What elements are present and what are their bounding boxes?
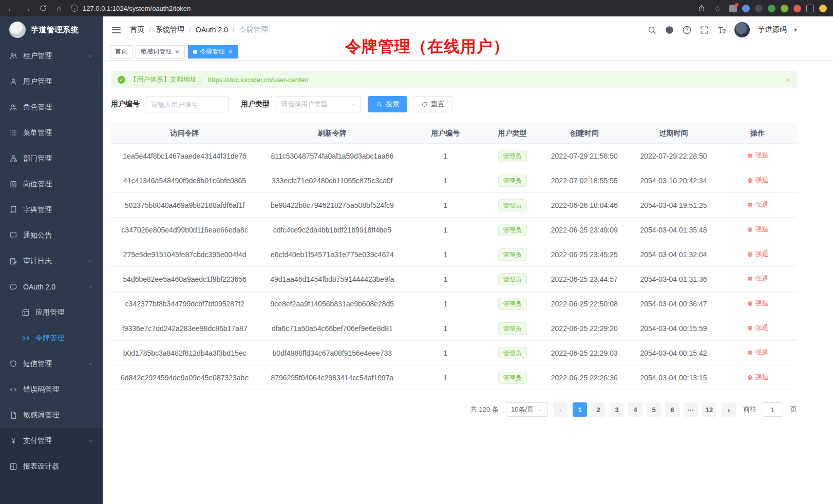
breadcrumb-item[interactable]: 系统管理 [156,25,184,34]
page-size-select[interactable]: 10条/页 [506,402,548,417]
breadcrumb-item[interactable]: OAuth 2.0 [196,26,228,34]
trash-icon [747,374,753,381]
expire-time-cell: 2022-07-29 22:28:50 [629,144,718,168]
page-button-5[interactable]: 5 [647,402,661,417]
force-logout-button[interactable]: 强退 [747,299,769,308]
page-button-6[interactable]: 6 [665,402,679,417]
force-logout-button[interactable]: 强退 [747,249,769,259]
sidebar-item-role[interactable]: 角色管理 [0,94,103,120]
github-icon[interactable] [665,25,674,35]
share-icon[interactable] [697,4,706,12]
fontsize-icon[interactable] [717,25,727,35]
page-unit-label: 页 [790,405,797,414]
sidebar-item-oauth2-app[interactable]: 应用管理 [0,300,103,325]
sidebar-item-audit-log[interactable]: 审计日志 [0,248,103,274]
sidebar-item-label: 错误码管理 [23,385,59,394]
main-area: 首页/系统管理/OAuth 2.0/令牌管理 芋道源码 ▾ 首页敏感词管理×令牌… [103,16,833,504]
sidebar-item-label: 岗位管理 [23,180,52,189]
close-icon[interactable]: × [228,48,233,55]
extension-icon[interactable] [742,5,750,12]
created-time-cell: 2022-06-25 23:49:09 [540,218,629,242]
close-icon[interactable]: × [175,48,180,55]
extension-icon[interactable] [781,5,788,12]
sidebar-toggle-icon[interactable] [806,5,814,12]
page-button-2[interactable]: 2 [591,402,605,417]
address-bar[interactable]: i 127.0.0.1:1024/system/oauth2/token [71,5,690,12]
force-logout-button[interactable]: 强退 [747,373,769,382]
app-icon [22,308,30,317]
breadcrumb-item[interactable]: 首页 [130,25,144,34]
page-button-4[interactable]: 4 [628,402,642,417]
expire-time-cell: 2054-03-04 19:51:25 [629,193,718,218]
sidebar-item-pay[interactable]: 支付管理 [0,428,103,454]
sidebar-item-post[interactable]: 岗位管理 [0,171,103,197]
doc-link[interactable]: https://doc.iocoder.cn/user-center/ [208,76,309,84]
search-button[interactable]: 搜索 [368,96,407,112]
sidebar-item-sensitive-word[interactable]: 敏感词管理 [0,402,103,428]
sidebar-item-notice[interactable]: 通知公告 [0,223,103,248]
refresh-token-cell: be90422b8c7946218275a508bf524fc9 [258,193,406,218]
help-icon[interactable] [682,25,692,35]
sidebar-item-dict[interactable]: 字典管理 [0,197,103,223]
force-logout-button[interactable]: 强退 [747,323,769,333]
refresh-token-cell: 49d1aa46d1454fbd87591444423be9fa [258,267,406,292]
sidebar-item-dept[interactable]: 部门管理 [0,146,103,171]
bookmark-star-icon[interactable]: ☆ [713,5,722,12]
force-logout-button[interactable]: 强退 [747,176,769,185]
user-name[interactable]: 芋道源码 [758,25,786,34]
site-info-icon[interactable]: i [71,5,78,12]
audit-icon [9,257,17,265]
report-icon [9,462,17,471]
page-ellipsis[interactable]: ··· [684,402,698,417]
extension-icon[interactable] [755,5,763,12]
access-token-cell: 502375b8040a469a9b82188afdf6af1f [111,193,258,218]
fullscreen-icon[interactable] [699,25,709,35]
force-logout-button[interactable]: 强退 [747,274,769,283]
reset-button[interactable]: 重置 [413,96,452,112]
sidebar-item-oauth2[interactable]: OAuth 2.0 [0,274,103,300]
sidebar-item-tenant[interactable]: 租户管理 [0,43,103,69]
reload-icon[interactable] [39,4,47,12]
sidebar-item-menu[interactable]: 菜单管理 [0,120,103,146]
back-icon[interactable]: ← [6,5,15,12]
force-logout-button[interactable]: 强退 [747,348,769,357]
user-type-select[interactable]: 请选择用户类型 [275,96,361,112]
expire-time-cell: 2054-03-04 00:15:59 [629,316,718,341]
tab-home[interactable]: 首页 [110,45,132,59]
sidebar-item-report-designer[interactable]: 报表设计器 [0,454,103,479]
user-id-input[interactable] [145,96,229,112]
created-time-cell: 2022-06-26 18:04:46 [540,193,629,218]
extension-icon[interactable] [729,5,737,12]
home-icon[interactable]: ⌂ [54,5,64,12]
prev-page-button[interactable]: ‹ [553,402,567,417]
sidebar-item-user[interactable]: 用户管理 [0,69,103,94]
post-icon [9,180,17,188]
sidebar-item-oauth2-token[interactable]: 令牌管理 [0,325,103,351]
forward-icon[interactable]: → [23,5,32,12]
page-button-12[interactable]: 12 [702,402,716,417]
app-logo-area[interactable]: 芋道管理系统 [0,16,103,43]
browser-profile-avatar[interactable] [819,5,827,12]
expire-time-cell: 2054-03-04 01:32:04 [629,242,718,267]
force-logout-button[interactable]: 强退 [747,200,769,209]
next-page-button[interactable]: › [722,402,736,417]
sidebar-item-sms[interactable]: 短信管理 [0,351,103,377]
extension-icon[interactable] [768,5,775,12]
role-icon [9,103,17,111]
user-avatar[interactable] [734,22,750,37]
force-logout-button[interactable]: 强退 [747,151,769,160]
search-icon[interactable] [647,25,657,35]
sidebar-item-error-code[interactable]: 错误码管理 [0,377,103,402]
user-type-badge: 管理员 [498,347,527,359]
notification-badge [735,3,739,7]
page-button-3[interactable]: 3 [610,402,624,417]
tab-sensitive-word[interactable]: 敏感词管理× [136,45,185,59]
goto-page-input[interactable] [762,402,783,417]
close-icon[interactable]: × [786,75,790,84]
tab-oauth2-token[interactable]: 令牌管理× [188,45,238,59]
page-button-1[interactable]: 1 [573,402,587,417]
navbar-actions: 芋道源码 ▾ [647,22,797,37]
force-logout-button[interactable]: 强退 [747,225,769,234]
extension-icon[interactable] [793,5,801,12]
hamburger-icon[interactable] [111,25,122,35]
